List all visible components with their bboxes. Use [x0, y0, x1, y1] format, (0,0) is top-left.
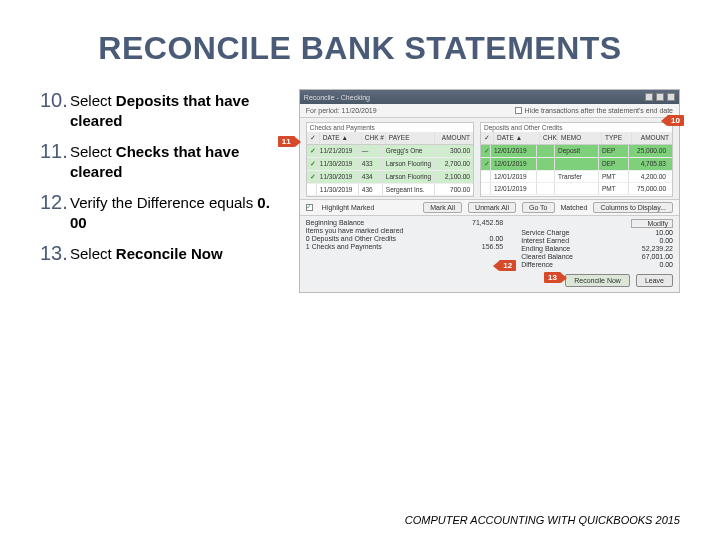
slide-footer: COMPUTER ACCOUNTING WITH QUICKBOOKS 2015 — [405, 514, 680, 526]
hide-tx-label: Hide transactions after the statement's … — [525, 107, 673, 114]
period-label: For period: 11/20/2019 — [306, 107, 377, 114]
callout-10: 10 — [667, 115, 684, 126]
go-to-button[interactable]: Go To — [522, 202, 555, 213]
highlight-marked-checkbox[interactable] — [306, 204, 313, 211]
mark-all-button[interactable]: Mark All — [423, 202, 462, 213]
checks-section-label: Checks and Payments — [307, 123, 473, 132]
maximize-icon[interactable]: □ — [656, 93, 664, 101]
modify-button[interactable]: Modify — [631, 219, 673, 228]
matched-label: Matched — [561, 204, 588, 211]
deposit-row[interactable]: ✓12/01/2019DepositDEP25,000.00 — [481, 145, 672, 158]
callout-11: 11 — [278, 136, 295, 147]
unmark-all-button[interactable]: Unmark All — [468, 202, 516, 213]
reconcile-window: Reconcile - Checking – □ × For period: 1… — [299, 89, 680, 293]
deposit-row[interactable]: ✓12/01/2019DEP4,705.83 — [481, 158, 672, 171]
window-actions: 13 Reconcile Now Leave — [300, 271, 679, 292]
summary-area: Beginning Balance71,452.58 Items you hav… — [300, 216, 679, 271]
table-toolbar: Highlight Marked Mark All Unmark All Go … — [300, 199, 679, 216]
step-number: 12. — [40, 191, 70, 232]
deposits-table: Deposits and Other Credits ✓ DATE ▲ CHK … — [480, 122, 673, 197]
step-number: 11. — [40, 140, 70, 181]
summary-right: Modify Service Charge10.00 Interest Earn… — [521, 219, 673, 268]
step-10: 10. Select Deposits that have cleared — [40, 89, 285, 130]
check-row[interactable]: ✓11/30/2019433Larson Flooring2,700.00 — [307, 158, 473, 171]
window-title: Reconcile - Checking — [304, 94, 370, 101]
step-13: 13. Select Reconcile Now — [40, 242, 285, 265]
window-toolbar: For period: 11/20/2019 Hide transactions… — [300, 104, 679, 118]
columns-button[interactable]: Columns to Display... — [593, 202, 673, 213]
slide-title: RECONCILE BANK STATEMENTS — [40, 30, 680, 67]
callout-13: 13 — [544, 272, 561, 283]
steps-list: 10. Select Deposits that have cleared 11… — [40, 89, 285, 293]
reconcile-now-button[interactable]: Reconcile Now — [565, 274, 630, 287]
hide-tx-checkbox[interactable] — [515, 107, 522, 114]
deposit-row[interactable]: 12/01/2019TransferPMT4,200.00 — [481, 171, 672, 183]
check-row[interactable]: ✓11/30/2019434Larson Flooring2,100.00 — [307, 171, 473, 184]
summary-left: Beginning Balance71,452.58 Items you hav… — [306, 219, 503, 268]
checks-header: ✓ DATE ▲ CHK # PAYEE AMOUNT — [307, 132, 473, 145]
minimize-icon[interactable]: – — [645, 93, 653, 101]
step-number: 10. — [40, 89, 70, 130]
step-text: Select Deposits that have cleared — [70, 89, 285, 130]
deposits-section-label: Deposits and Other Credits — [481, 123, 672, 132]
check-row[interactable]: 11/30/2019436Sergeant Ins.700.00 — [307, 184, 473, 196]
step-11: 11. Select Checks that have cleared — [40, 140, 285, 181]
checks-table: Checks and Payments ✓ DATE ▲ CHK # PAYEE… — [306, 122, 474, 197]
step-text: Select Checks that have cleared — [70, 140, 285, 181]
highlight-marked-label: Highlight Marked — [322, 204, 375, 211]
step-12: 12. Verify the Difference equals 0. 00 — [40, 191, 285, 232]
check-row[interactable]: ✓11/21/2019—Gregg's One300.00 — [307, 145, 473, 158]
step-text: Verify the Difference equals 0. 00 — [70, 191, 285, 232]
step-text: Select Reconcile Now — [70, 242, 223, 265]
window-titlebar: Reconcile - Checking – □ × — [300, 90, 679, 104]
close-icon[interactable]: × — [667, 93, 675, 101]
deposit-row[interactable]: 12/01/2019PMT75,000.00 — [481, 183, 672, 195]
callout-12: 12 — [499, 260, 516, 271]
step-number: 13. — [40, 242, 70, 265]
deposits-header: ✓ DATE ▲ CHK # MEMO TYPE AMOUNT — [481, 132, 672, 145]
leave-button[interactable]: Leave — [636, 274, 673, 287]
